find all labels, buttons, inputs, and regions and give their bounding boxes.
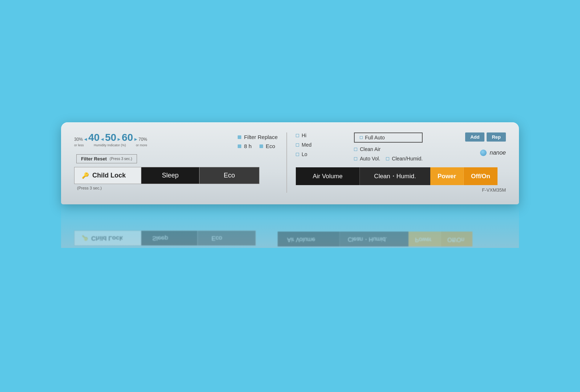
right-section: Hi Med Lo: [296, 132, 506, 193]
hum-30-label: 30%: [74, 137, 83, 142]
rep-label: Rep: [492, 134, 501, 140]
clean-humid-button[interactable]: Clean・Humid.: [359, 167, 430, 185]
panel-reflection: 🔑 Child Lock Sleep Eco Air Volume Clean・…: [61, 204, 519, 248]
key-icon: 🔑: [82, 172, 89, 179]
nanoe-indicator: nanoe: [480, 150, 506, 156]
nanoe-add-rep-group: Add Rep nanoe: [465, 132, 506, 156]
nanoe-dot: [480, 150, 487, 156]
auto-vol-label: Auto Vol.: [360, 156, 380, 162]
hum-arrow-mid-right-icon: ►: [117, 136, 121, 142]
panel-divider: [286, 132, 287, 193]
air-volume-label: Air Volume: [313, 173, 342, 180]
hum-60: 60: [122, 132, 133, 143]
hum-or-more: or more: [136, 143, 147, 147]
filter-replace-dot: [238, 135, 241, 139]
child-lock-button[interactable]: 🔑 Child Lock: [74, 167, 141, 184]
power-label: Power: [438, 173, 456, 180]
power-button[interactable]: Power: [430, 167, 463, 185]
eco-label: Eco: [223, 172, 235, 179]
left-section: 30% ◄ 40 ◄ 50 ► 60 ► 70% or less H: [74, 132, 278, 193]
scene: 30% ◄ 40 ◄ 50 ► 60 ► 70% or less H: [61, 122, 519, 248]
filter-reset-area: Filter Reset (Press 3 sec.): [76, 154, 278, 163]
nanoe-label: nanoe: [490, 150, 506, 156]
child-lock-label: Child Lock: [92, 172, 126, 179]
hum-arrow-left-icon: ◄: [83, 136, 88, 142]
full-auto-button[interactable]: Full Auto: [354, 132, 423, 143]
lo-dot: [296, 153, 299, 156]
hum-40: 40: [88, 132, 100, 143]
full-auto-group: Full Auto Clean Air Auto Vol.: [354, 132, 423, 162]
hum-or-less: or less: [74, 143, 84, 147]
full-auto-dot: [360, 136, 363, 139]
filter-eco-label: Eco: [266, 143, 275, 149]
sleep-button[interactable]: Sleep: [141, 167, 200, 184]
press-3sec-label: (Press 3 sec.): [77, 186, 278, 190]
control-panel: 30% ◄ 40 ◄ 50 ► 60 ► 70% or less H: [61, 122, 519, 204]
humidity-indicator: 30% ◄ 40 ◄ 50 ► 60 ► 70% or less H: [74, 132, 147, 147]
hi-label: Hi: [302, 132, 306, 138]
hum-arrow-mid-left-icon: ◄: [100, 136, 105, 142]
clean-humid-dot: [386, 157, 389, 160]
clean-air-label: Clean Air: [360, 146, 380, 152]
eco-button[interactable]: Eco: [200, 167, 259, 184]
filter-eco-dot: [259, 144, 263, 148]
clean-air-dot: [354, 148, 357, 151]
model-number: F-VXM35M: [296, 187, 506, 193]
off-on-label: Off/On: [471, 173, 490, 180]
clean-humid-btn-label: Clean・Humid.: [374, 173, 416, 180]
hi-dot: [296, 134, 299, 137]
filter-reset-label: Filter Reset: [81, 156, 107, 162]
full-auto-label: Full Auto: [365, 135, 384, 140]
hi-med-lo-group: Hi Med Lo: [296, 132, 311, 157]
off-on-button[interactable]: Off/On: [463, 167, 498, 185]
filter-reset-sub-label: (Press 3 sec.): [110, 157, 132, 161]
hum-70-label: 70%: [138, 137, 147, 142]
filter-indicators: Filter Replace 8 h Eco: [238, 134, 278, 149]
hum-50: 50: [105, 132, 116, 143]
clean-humid-indicator-label: Clean/Humid.: [392, 156, 423, 162]
lo-label: Lo: [302, 151, 307, 157]
filter-8h-label: 8 h: [244, 143, 251, 149]
filter-replace-label: Filter Replace: [244, 134, 278, 140]
sleep-label: Sleep: [162, 172, 178, 179]
hum-indicator-label: Humidity Indicator (%): [94, 143, 126, 147]
med-dot: [296, 143, 299, 147]
add-button[interactable]: Add: [465, 132, 484, 142]
med-label: Med: [302, 142, 311, 148]
rep-button[interactable]: Rep: [487, 132, 506, 142]
air-volume-button[interactable]: Air Volume: [296, 167, 359, 185]
add-label: Add: [470, 134, 479, 140]
filter-8h-dot: [238, 144, 241, 148]
hum-arrow-right-icon: ►: [133, 136, 138, 142]
auto-vol-dot: [354, 157, 357, 160]
